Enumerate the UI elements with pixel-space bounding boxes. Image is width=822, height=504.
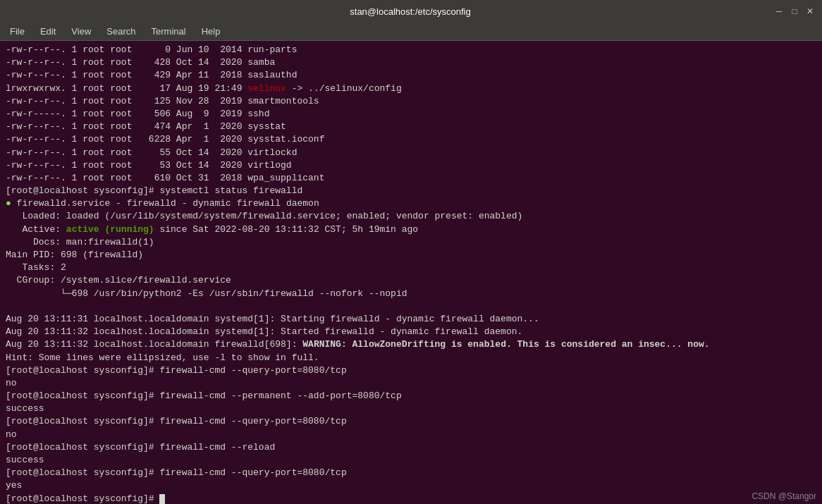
terminal-body[interactable]: -rw-r--r--. 1 root root 0 Jun 10 2014 ru…	[0, 41, 822, 504]
list-item: -rw-r--r--. 1 root root 610 Oct 31 2018 …	[6, 172, 816, 185]
command-query-3: [root@localhost sysconfig]# firewall-cmd…	[6, 467, 816, 479]
minimize-button[interactable]: ─	[773, 5, 785, 18]
service-tasks: Tasks: 2	[6, 262, 816, 274]
window-controls: ─ □ ✕	[773, 5, 816, 18]
command-query-2: [root@localhost sysconfig]# firewall-cmd…	[6, 415, 816, 428]
blank-line	[6, 300, 816, 313]
list-item: -rw-r--r--. 1 root root 125 Nov 28 2019 …	[6, 95, 816, 108]
list-item: lrwxrwxrwx. 1 root root 17 Aug 19 21:49 …	[6, 82, 816, 95]
service-cgroup-entry: └─698 /usr/bin/python2 -Es /usr/sbin/fir…	[6, 288, 816, 300]
list-item: -rw-r--r--. 1 root root 6228 Apr 1 2020 …	[6, 133, 816, 146]
command-reload: [root@localhost sysconfig]# firewall-cmd…	[6, 441, 816, 454]
log-warning: Aug 20 13:11:32 localhost.localdomain fi…	[6, 338, 816, 351]
service-cgroup: CGroup: /system.slice/firewalld.service	[6, 274, 816, 287]
command-add-port: [root@localhost sysconfig]# firewall-cmd…	[6, 390, 816, 402]
list-item: -rw-r--r--. 1 root root 474 Apr 1 2020 s…	[6, 121, 816, 133]
menu-terminal[interactable]: Terminal	[145, 25, 193, 38]
maximize-button[interactable]: □	[788, 5, 801, 18]
current-prompt: [root@localhost sysconfig]#	[6, 493, 816, 504]
output-success-2: success	[6, 454, 816, 467]
log-line-2: Aug 20 13:11:32 localhost.localdomain sy…	[6, 326, 816, 338]
list-item: -rw-r--r--. 1 root root 428 Oct 14 2020 …	[6, 56, 816, 69]
command-query-1: [root@localhost sysconfig]# firewall-cmd…	[6, 364, 816, 377]
list-item: -rw-r--r--. 1 root root 429 Apr 11 2018 …	[6, 69, 816, 82]
close-button[interactable]: ✕	[804, 5, 816, 18]
cursor-block	[159, 494, 165, 504]
menu-bar: File Edit View Search Terminal Help	[0, 23, 822, 41]
service-active: Active: active (running) since Sat 2022-…	[6, 223, 816, 236]
menu-search[interactable]: Search	[99, 25, 142, 38]
menu-edit[interactable]: Edit	[33, 25, 63, 38]
list-item: -rw-r--r--. 1 root root 0 Jun 10 2014 ru…	[6, 44, 816, 56]
service-pid: Main PID: 698 (firewalld)	[6, 249, 816, 262]
service-status: ● firewalld.service - firewalld - dynami…	[6, 197, 816, 210]
menu-file[interactable]: File	[3, 25, 32, 38]
hint-line: Hint: Some lines were ellipsized, use -l…	[6, 352, 816, 364]
output-success-1: success	[6, 402, 816, 415]
service-docs: Docs: man:firewalld(1)	[6, 236, 816, 249]
terminal-window: stan@localhost:/etc/sysconfig ─ □ ✕ File…	[0, 0, 822, 504]
service-loaded: Loaded: loaded (/usr/lib/systemd/system/…	[6, 210, 816, 223]
title-bar: stan@localhost:/etc/sysconfig ─ □ ✕	[0, 0, 822, 23]
menu-help[interactable]: Help	[195, 25, 228, 38]
list-item: -rw-r--r--. 1 root root 53 Oct 14 2020 v…	[6, 159, 816, 172]
list-item: -rw-r--r--. 1 root root 55 Oct 14 2020 v…	[6, 147, 816, 159]
window-title: stan@localhost:/etc/sysconfig	[48, 6, 773, 17]
watermark: CSDN @Stangor	[752, 491, 816, 501]
output-yes: yes	[6, 479, 816, 492]
list-item: -rw-r-----. 1 root root 506 Aug 9 2019 s…	[6, 108, 816, 121]
output-no-2: no	[6, 429, 816, 441]
log-line-1: Aug 20 13:11:31 localhost.localdomain sy…	[6, 313, 816, 326]
command-prompt: [root@localhost sysconfig]# systemctl st…	[6, 185, 816, 197]
menu-view[interactable]: View	[64, 25, 98, 38]
output-no-1: no	[6, 377, 816, 390]
